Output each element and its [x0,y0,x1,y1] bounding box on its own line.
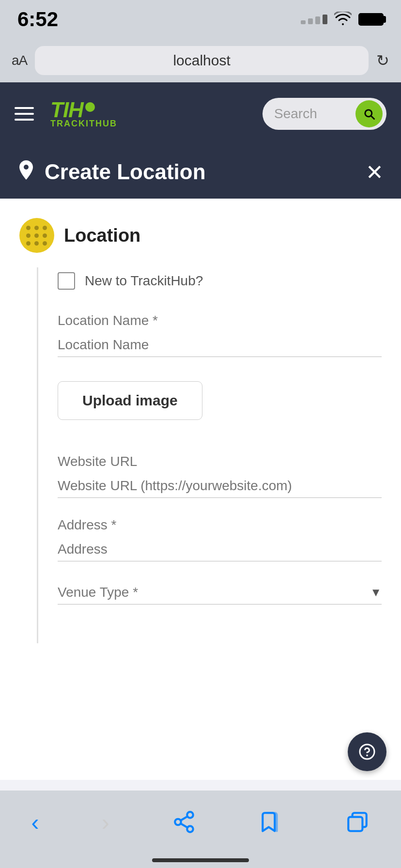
location-name-label: Location Name * [58,313,382,328]
site-logo: TIH TRACKITHUB [46,99,251,129]
upload-image-group: Upload image [58,376,382,434]
logo-ball-icon [85,102,95,112]
battery-icon [358,13,384,26]
logo-text: TIH [50,99,83,121]
main-content: Location New to TrackitHub? Location Nam… [0,199,401,780]
share-icon [172,810,196,834]
upload-image-button[interactable]: Upload image [58,381,202,420]
back-button[interactable]: ‹ [22,804,49,840]
page-header: Create Location ✕ [0,145,401,199]
location-name-group: Location Name * [58,313,382,357]
website-url-label: Website URL [58,454,382,469]
home-indicator [152,858,249,862]
status-icons [301,10,384,29]
help-icon [358,743,376,760]
tabs-icon [345,810,370,834]
venue-type-group: Venue Type * ▼ [58,581,382,604]
forward-arrow-icon: › [102,809,109,836]
search-button[interactable] [355,100,383,127]
venue-type-label: Venue Type * [58,585,138,600]
bookmarks-button[interactable] [249,805,293,839]
venue-type-dropdown[interactable]: Venue Type * ▼ [58,581,382,604]
location-header: Location [0,218,401,267]
dropdown-arrow-icon: ▼ [370,586,382,599]
help-button-container [348,732,386,771]
page-title: Create Location [45,160,206,184]
url-text: localhost [173,52,230,69]
page-header-left: Create Location [17,159,206,185]
search-bar[interactable]: Search [262,98,386,130]
address-label: Address * [58,517,382,533]
address-group: Address * [58,517,382,561]
website-url-input[interactable] [58,474,382,498]
close-button[interactable]: ✕ [366,160,384,185]
checkbox-label: New to TrackitHub? [85,273,203,289]
website-url-group: Website URL [58,454,382,498]
status-time: 6:52 [17,8,58,31]
search-placeholder: Search [274,106,352,122]
location-pin-icon [17,159,35,185]
search-icon [362,107,376,121]
svg-point-0 [24,165,29,170]
svg-rect-3 [349,817,363,831]
nav-bar: TIH TRACKITHUB Search [0,82,401,145]
browser-bar: aA localhost ↻ [0,39,401,82]
browser-url-bar[interactable]: localhost [35,46,369,75]
forward-button[interactable]: › [92,804,119,840]
hamburger-menu[interactable] [15,107,34,121]
location-section-label: Location [64,225,140,246]
new-to-trackithub-row: New to TrackitHub? [58,272,382,290]
address-input[interactable] [58,538,382,561]
refresh-button[interactable]: ↻ [376,51,389,70]
help-button[interactable] [348,732,386,771]
location-name-input[interactable] [58,333,382,357]
tabs-button[interactable] [336,805,379,839]
wifi-icon [334,10,352,29]
browser-aa[interactable]: aA [12,53,27,68]
back-arrow-icon: ‹ [31,809,39,836]
pickleball-icon [19,218,54,253]
form-section: New to TrackitHub? Location Name * Uploa… [37,267,401,643]
new-to-trackithub-checkbox[interactable] [58,272,75,290]
svg-point-2 [367,755,368,756]
signal-icon [301,15,327,24]
bookmarks-icon [259,810,283,834]
status-bar: 6:52 [0,0,401,39]
logo-sub-text: TRACKITHUB [50,119,117,129]
bottom-nav: ‹ › [0,790,401,868]
share-button[interactable] [162,805,206,839]
